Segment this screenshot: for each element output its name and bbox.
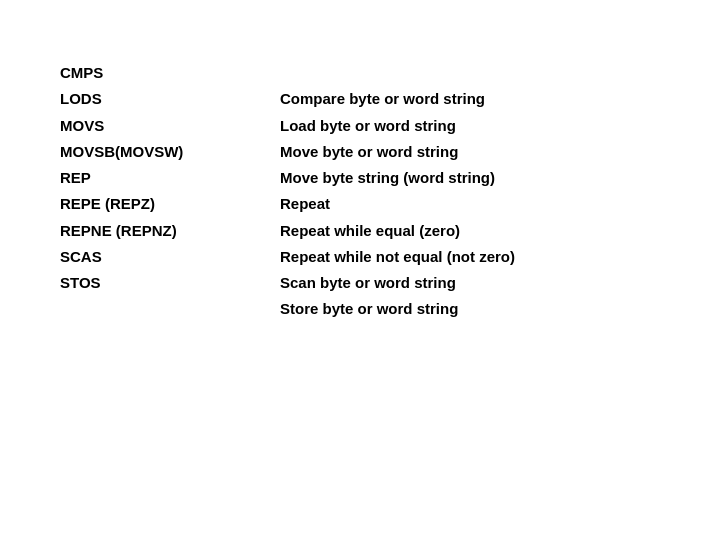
- instruction-6: REPNE (REPNZ): [60, 218, 280, 244]
- instruction-1: LODS: [60, 86, 280, 112]
- instruction-5: REPE (REPZ): [60, 191, 280, 217]
- description-6: Repeat while not equal (not zero): [280, 244, 720, 270]
- description-1: Load byte or word string: [280, 113, 720, 139]
- right-column: Compare byte or word stringLoad byte or …: [280, 60, 720, 323]
- instruction-0: CMPS: [60, 60, 280, 86]
- description-0: Compare byte or word string: [280, 86, 720, 112]
- instruction-4: REP: [60, 165, 280, 191]
- description-7: Scan byte or word string: [280, 270, 720, 296]
- description-4: Repeat: [280, 191, 720, 217]
- instruction-3: MOVSB(MOVSW): [60, 139, 280, 165]
- description-5: Repeat while equal (zero): [280, 218, 720, 244]
- description-3: Move byte string (word string): [280, 165, 720, 191]
- page: CMPSLODSMOVSMOVSB(MOVSW)REPREPE (REPZ)RE…: [0, 0, 720, 540]
- instruction-8: STOS: [60, 270, 280, 296]
- instruction-7: SCAS: [60, 244, 280, 270]
- description-8: Store byte or word string: [280, 296, 720, 322]
- left-column: CMPSLODSMOVSMOVSB(MOVSW)REPREPE (REPZ)RE…: [60, 60, 280, 296]
- description-2: Move byte or word string: [280, 139, 720, 165]
- content-area: CMPSLODSMOVSMOVSB(MOVSW)REPREPE (REPZ)RE…: [0, 60, 720, 323]
- instruction-2: MOVS: [60, 113, 280, 139]
